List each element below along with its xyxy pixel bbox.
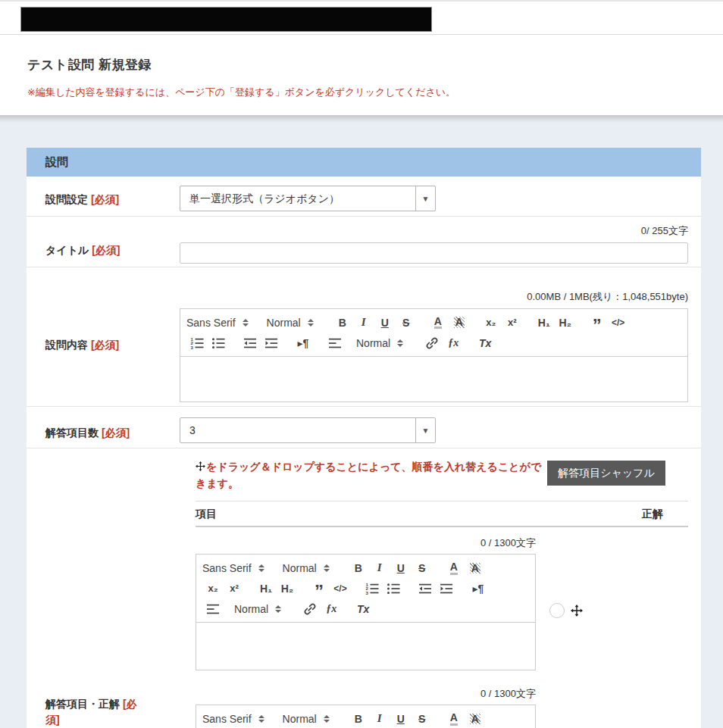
shuffle-answers-button[interactable]: 解答項目シャッフル (547, 461, 665, 486)
size-picker[interactable]: Normal (356, 337, 403, 349)
picker-arrows-icon (275, 605, 281, 613)
heading-picker-label: Normal (283, 562, 317, 574)
picker-arrows-icon (258, 715, 264, 723)
link-button[interactable] (299, 600, 321, 618)
strike-button[interactable]: S (412, 710, 433, 728)
header1-button[interactable]: H₁ (534, 314, 555, 332)
heading-picker[interactable]: Normal (267, 317, 314, 329)
bullet-list-button[interactable] (383, 580, 404, 598)
italic-button[interactable]: I (353, 314, 374, 332)
underline-button[interactable]: U (390, 559, 412, 577)
blockquote-button[interactable]: ” (587, 314, 608, 332)
align-button[interactable] (202, 600, 224, 618)
highlight-color-button[interactable]: A (449, 314, 470, 332)
superscript-button[interactable]: x² (224, 580, 245, 598)
title-content: 0/ 255文字 (180, 224, 688, 264)
blockquote-button[interactable]: ” (308, 580, 330, 598)
correct-answer-radio[interactable] (549, 603, 565, 618)
text-color-button[interactable]: A (443, 559, 465, 577)
bullet-list-button[interactable] (208, 334, 229, 352)
font-picker[interactable]: Sans Serif (202, 713, 264, 725)
text-direction-button[interactable]: ▸¶ (468, 580, 489, 598)
outdent-button[interactable] (415, 580, 436, 598)
underline-button[interactable]: U (390, 710, 412, 728)
bold-button[interactable]: B (348, 710, 369, 728)
highlight-color-button[interactable]: A (465, 710, 486, 728)
indent-button[interactable] (436, 580, 457, 598)
outdent-button[interactable] (239, 334, 261, 352)
strike-button[interactable]: S (412, 559, 433, 577)
align-button[interactable] (324, 334, 346, 352)
content-size-counter: 0.00MB / 1MB(残り：1,048,551byte) (180, 290, 688, 304)
link-button[interactable] (421, 334, 443, 352)
ordered-list-button[interactable]: 123 (362, 580, 383, 598)
toolbar-slot: Sans Serif Normal B I U S A A x₂ x² (196, 555, 535, 623)
formula-button[interactable]: ƒx (443, 334, 464, 352)
drag-instruction-block: をドラッグ＆ドロップすることによって、順番を入れ替えることができます。 解答項目… (196, 459, 688, 501)
text-direction-button[interactable]: ▸¶ (293, 334, 314, 352)
required-badge: [必須] (91, 193, 119, 205)
required-badge: [必須] (91, 339, 119, 351)
text-color-button[interactable]: A (443, 710, 465, 728)
registration-warning-note: ※編集した内容を登録するには、ページ下の「登録する」ボタンを必ずクリックしてくだ… (27, 86, 723, 99)
answer-count-select[interactable]: 3 ▼ (180, 417, 436, 443)
title-input[interactable] (180, 242, 688, 264)
indent-group (415, 580, 457, 598)
redacted-region (20, 7, 432, 32)
formula-button[interactable]: ƒx (321, 600, 342, 618)
superscript-button[interactable]: x² (502, 314, 523, 332)
toolbar-row: 123 ▸¶ Normal ƒx Tx (186, 333, 681, 353)
subscript-button[interactable]: x₂ (480, 314, 502, 332)
font-picker[interactable]: Sans Serif (186, 317, 249, 329)
title-label: タイトル [必須] (45, 224, 180, 264)
clean-format-button[interactable]: Tx (474, 334, 496, 352)
subscript-button[interactable]: x₂ (202, 580, 224, 598)
ordered-list-button[interactable]: 123 (186, 334, 208, 352)
toolbar-row: Sans Serif Normal B I U S A A (202, 558, 529, 578)
toolbar-slot: Sans Serif Normal B I U S A A x₂ x² (196, 705, 535, 728)
size-picker-label: Normal (356, 337, 390, 349)
answer-count-select-value: 3 (180, 418, 415, 442)
size-picker[interactable]: Normal (234, 603, 281, 615)
answer-char-counter: 0 / 1300文字 (196, 536, 536, 550)
script-group: x₂ x² (202, 580, 245, 598)
italic-button[interactable]: I (369, 559, 390, 577)
indent-button[interactable] (261, 334, 282, 352)
clean-format-button[interactable]: Tx (352, 600, 374, 618)
page-header: テスト設問 新規登録 ※編集した内容を登録するには、ページ下の「登録する」ボタン… (0, 35, 723, 115)
code-block-button[interactable]: </> (608, 314, 629, 332)
script-group: x₂ x² (480, 314, 523, 332)
required-badge: [必須] (92, 244, 120, 256)
field-label-text: 解答項目数 (45, 426, 99, 439)
bold-button[interactable]: B (332, 314, 353, 332)
answer-table-header: 項目 正解 (196, 501, 688, 527)
text-color-button[interactable]: A (427, 314, 449, 332)
answer-items-label: 解答項目・正解 [必須] (45, 459, 180, 728)
question-type-content: 単一選択形式（ラジオボタン） ▼ (180, 186, 688, 211)
header1-button[interactable]: H₁ (255, 580, 277, 598)
editor-content-area[interactable] (196, 623, 535, 670)
question-content-editor: Sans Serif Normal B I U S A A x₂ x² (180, 308, 688, 402)
heading-picker[interactable]: Normal (283, 562, 330, 574)
code-block-button[interactable]: </> (330, 580, 351, 598)
question-type-select[interactable]: 単一選択形式（ラジオボタン） ▼ (180, 186, 436, 211)
toolbar-row: Normal ƒx Tx (202, 598, 529, 619)
bold-button[interactable]: B (348, 559, 369, 577)
header2-button[interactable]: H₂ (277, 580, 298, 598)
italic-button[interactable]: I (369, 710, 390, 728)
editor-content-area[interactable] (180, 357, 687, 401)
form-row-answer-count: 解答項目数 [必須] 3 ▼ (27, 407, 701, 448)
strike-button[interactable]: S (396, 314, 417, 332)
header-shadow (0, 115, 723, 122)
heading-picker[interactable]: Normal (283, 713, 330, 725)
header2-button[interactable]: H₂ (555, 314, 576, 332)
required-badge: [必須] (102, 426, 130, 439)
font-picker-label: Sans Serif (186, 317, 236, 329)
direction-group: ▸¶ (468, 580, 489, 598)
highlight-color-button[interactable]: A (465, 559, 486, 577)
rich-text-toolbar: Sans Serif Normal B I U S A A x₂ x² (180, 309, 687, 357)
underline-button[interactable]: U (374, 314, 396, 332)
form-row-question-content: 設問内容 [必須] 0.00MB / 1MB(残り：1,048,551byte)… (27, 267, 701, 407)
font-picker[interactable]: Sans Serif (202, 562, 264, 574)
drag-handle-icon[interactable] (571, 605, 583, 617)
